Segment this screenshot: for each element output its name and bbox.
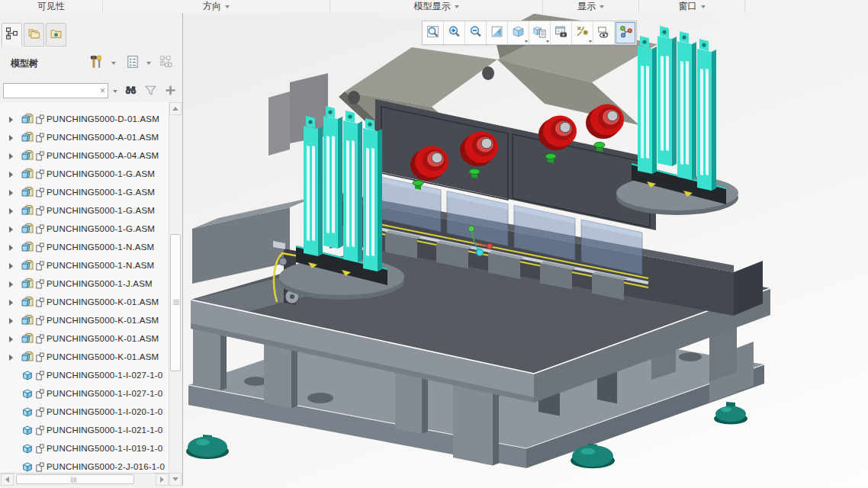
tree-settings-button[interactable] (124, 54, 142, 72)
part-icon (21, 442, 34, 454)
expand-arrow-icon[interactable] (9, 130, 15, 144)
tree-node-label: PUNCHING5000-2-J-016-1-0 (47, 462, 165, 471)
tree-node[interactable]: PUNCHING5000-A-01.ASM (0, 128, 169, 146)
tree-tools-caret[interactable] (111, 62, 116, 65)
tree-eye-icon (159, 55, 173, 72)
expand-arrow-icon[interactable] (9, 204, 15, 217)
expand-arrow-icon[interactable] (9, 387, 15, 400)
chevron-down-icon (600, 5, 604, 8)
expand-arrow-icon[interactable] (9, 460, 15, 474)
spin-center-button[interactable] (615, 21, 636, 44)
annotation-display-button[interactable] (593, 21, 615, 44)
tree-node[interactable]: PUNCHING5000-A-04.ASM (0, 146, 169, 165)
tree-node[interactable]: PUNCHING5000-1-I-027-1-0 (0, 384, 169, 403)
tree-node[interactable]: PUNCHING5000-K-01.ASM (0, 329, 169, 348)
expand-arrow-icon[interactable] (9, 277, 15, 291)
ribbon-group-方向[interactable]: 方向 (103, 0, 330, 13)
ribbon-group-显示[interactable]: 显示 (543, 0, 639, 13)
find-button[interactable] (122, 83, 139, 100)
image-capture-button[interactable] (551, 21, 572, 44)
tree-node[interactable]: PUNCHING5000-K-01.ASM (0, 311, 169, 329)
tree-node[interactable]: PUNCHING5000-1-G.ASM (0, 220, 169, 238)
expand-arrow-icon[interactable] (9, 423, 15, 437)
tree-node[interactable]: PUNCHING5000-K-01.ASM (0, 293, 169, 311)
tree-node[interactable]: PUNCHING5000-1-I-020-1-0 (0, 403, 169, 421)
horizontal-scrollbar[interactable] (0, 473, 169, 486)
tree-node[interactable]: PUNCHING5000-1-G.ASM (0, 201, 169, 220)
tree-node[interactable]: PUNCHING5000-1-N.ASM (0, 256, 169, 274)
expand-arrow-icon[interactable] (9, 313, 15, 327)
search-box[interactable]: × (3, 83, 108, 98)
view-manager-button[interactable] (529, 21, 551, 44)
tree-node[interactable]: PUNCHING5000-1-G.ASM (0, 183, 169, 201)
ribbon-group-模型显示[interactable]: 模型显示 (330, 0, 543, 13)
assembly-icon (21, 131, 34, 143)
scroll-right-button[interactable] (156, 474, 169, 486)
vertical-scroll-thumb[interactable] (170, 234, 181, 371)
ribbon-group-可见性[interactable]: 可见性 (0, 0, 103, 13)
tab-favorites[interactable] (46, 23, 66, 47)
tree-node-label: PUNCHING5000-D-01.ASM (47, 114, 159, 124)
display-style-button[interactable] (508, 21, 529, 44)
expand-arrow-icon[interactable] (9, 149, 15, 162)
search-input[interactable] (5, 85, 96, 98)
tree-node[interactable]: PUNCHING5000-1-I-027-1-0 (0, 366, 169, 384)
component-glyph-icon (36, 334, 44, 344)
component-glyph-icon (36, 224, 44, 234)
repaint-button[interactable] (487, 21, 508, 44)
tree-node[interactable]: PUNCHING5000-1-I-019-1-0 (0, 439, 169, 458)
scroll-up-button[interactable] (169, 102, 182, 115)
component-glyph-icon (36, 151, 44, 161)
tree-node-label: PUNCHING5000-1-G.ASM (47, 206, 155, 215)
scroll-down-button[interactable] (169, 473, 182, 486)
add-button[interactable] (162, 83, 178, 100)
expand-arrow-icon[interactable] (9, 441, 15, 455)
tree-node[interactable]: PUNCHING5000-K-01.ASM (0, 348, 169, 366)
expand-arrow-icon[interactable] (9, 240, 15, 254)
tree-node-label: PUNCHING5000-A-01.ASM (47, 133, 159, 142)
expand-arrow-icon[interactable] (9, 112, 15, 126)
expand-arrow-icon[interactable] (9, 368, 15, 382)
expand-arrow-icon[interactable] (9, 258, 15, 272)
expand-arrow-icon[interactable] (9, 332, 15, 345)
vertical-scrollbar[interactable] (169, 102, 182, 486)
tree-settings-caret[interactable] (146, 62, 151, 65)
scroll-left-button[interactable] (1, 474, 14, 486)
expand-arrow-icon[interactable] (9, 350, 15, 364)
expand-arrow-icon[interactable] (9, 295, 15, 309)
expand-arrow-icon[interactable] (9, 405, 15, 419)
tree-node[interactable]: PUNCHING5000-1-J.ASM (0, 274, 169, 293)
component-glyph-icon (36, 242, 44, 252)
horizontal-scroll-thumb[interactable] (16, 474, 134, 484)
tree-node[interactable]: PUNCHING5000-1-I-021-1-0 (0, 421, 169, 439)
assembly-icon (21, 278, 34, 290)
tab-model-tree[interactable] (2, 23, 22, 47)
expand-arrow-icon[interactable] (9, 222, 15, 236)
clear-search-icon[interactable]: × (100, 85, 105, 97)
zoom-out-button[interactable] (465, 21, 487, 44)
tree-tools-button[interactable] (87, 54, 105, 72)
filter-button[interactable] (142, 83, 159, 100)
component-glyph-icon (36, 297, 44, 307)
expand-arrow-icon[interactable] (9, 167, 15, 181)
zoom-in-button[interactable] (444, 21, 465, 44)
tab-folder-browser[interactable] (24, 23, 44, 47)
graphics-viewport[interactable] (183, 13, 868, 488)
expand-arrow-icon[interactable] (9, 185, 15, 199)
axis-up-ball (468, 226, 474, 232)
magazine-towers-right[interactable] (638, 26, 716, 191)
search-options-caret[interactable] (113, 90, 117, 93)
assembly-icon (21, 223, 34, 235)
tree-node[interactable]: PUNCHING5000-1-N.ASM (0, 238, 169, 256)
datum-display-button[interactable] (572, 21, 593, 44)
ribbon-group-窗口[interactable]: 窗口 (639, 0, 745, 13)
component-glyph-icon (36, 316, 44, 326)
tree-node[interactable]: PUNCHING5000-1-G.ASM (0, 165, 169, 183)
tree-node[interactable]: PUNCHING5000-D-01.ASM (0, 110, 169, 128)
tree-visibility-button[interactable] (157, 54, 175, 72)
magazine-towers-left[interactable] (304, 106, 382, 271)
punching-machine-model[interactable] (183, 13, 868, 488)
zoom-fit-button[interactable] (423, 21, 444, 44)
component-glyph-icon (36, 444, 44, 454)
funnel-icon (144, 84, 157, 100)
